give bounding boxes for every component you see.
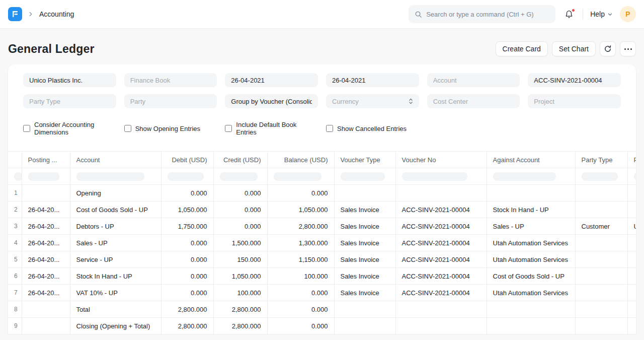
cell-balance[interactable]: 0.000 <box>267 185 334 201</box>
column-filter-input[interactable] <box>8 168 22 185</box>
cell-against-account[interactable] <box>487 318 575 334</box>
cell-account[interactable]: VAT 10% - UP <box>70 285 161 301</box>
checkbox-show-opening-entries[interactable]: Show Opening Entries <box>124 125 217 132</box>
voucher-no-filter[interactable] <box>528 73 621 87</box>
column-filter-input[interactable] <box>70 168 161 185</box>
cell-voucher-no[interactable]: ACC-SINV-2021-00004 <box>395 235 487 251</box>
col-voucher-no[interactable]: Voucher No <box>395 152 487 168</box>
create-card-button[interactable]: Create Card <box>496 41 548 56</box>
show-cancelled-entries-checkbox[interactable] <box>326 125 333 132</box>
cell-party[interactable] <box>627 318 636 334</box>
from-date-filter[interactable] <box>225 73 318 87</box>
cell-party-type[interactable] <box>575 285 627 301</box>
group-by-select[interactable]: Group by Voucher (Consolidated) <box>225 94 318 108</box>
cell-credit[interactable]: 1,500.000 <box>213 235 267 251</box>
cell-party[interactable] <box>627 268 636 285</box>
cell-posting-date[interactable]: 26-04-20... <box>22 201 70 218</box>
table-row[interactable]: 4 26-04-20... Sales - UP 0.000 1,500.000… <box>8 235 636 251</box>
breadcrumb[interactable]: Accounting <box>39 10 74 18</box>
cell-posting-date[interactable]: 26-04-20... <box>22 268 70 285</box>
cell-party-type[interactable] <box>575 301 627 318</box>
cell-against-account[interactable]: Utah Automation Services <box>487 251 575 268</box>
table-row[interactable]: 3 26-04-20... Debtors - UP 1,750.000 0.0… <box>8 218 636 235</box>
col-party-type[interactable]: Party Type <box>575 152 627 168</box>
checkbox-consider-accounting-dimensions[interactable]: Consider Accounting Dimensions <box>23 121 116 136</box>
cell-account[interactable]: Sales - UP <box>70 235 161 251</box>
cell-debit[interactable]: 0.000 <box>161 251 213 268</box>
cell-balance[interactable]: 1,050.000 <box>267 201 334 218</box>
col-voucher-type[interactable]: Voucher Type <box>334 152 395 168</box>
column-filter-input[interactable] <box>627 168 636 185</box>
cell-voucher-type[interactable]: Sales Invoice <box>334 285 395 301</box>
checkbox-include-default-book-entries[interactable]: Include Default Book Entries <box>225 121 318 136</box>
cell-voucher-no[interactable]: ACC-SINV-2021-00004 <box>395 201 487 218</box>
cell-voucher-type[interactable]: Sales Invoice <box>334 201 395 218</box>
cell-against-account[interactable]: Utah Automation Services <box>487 235 575 251</box>
cell-voucher-type[interactable] <box>334 318 395 334</box>
col-against-account[interactable]: Against Account <box>487 152 575 168</box>
column-filter-input[interactable] <box>334 168 395 185</box>
cell-account[interactable]: Stock In Hand - UP <box>70 268 161 285</box>
cell-account[interactable]: Service - UP <box>70 251 161 268</box>
col-balance[interactable]: Balance (USD) <box>267 152 334 168</box>
cell-party-type[interactable]: Customer <box>575 218 627 235</box>
set-chart-button[interactable]: Set Chart <box>552 41 596 56</box>
cell-balance[interactable]: 100.000 <box>267 268 334 285</box>
cell-posting-date[interactable] <box>22 185 70 201</box>
cell-party[interactable]: Utah Automation Services <box>627 218 636 235</box>
col-credit[interactable]: Credit (USD) <box>213 152 267 168</box>
col-account[interactable]: Account <box>70 152 161 168</box>
cell-party-type[interactable] <box>575 235 627 251</box>
table-row[interactable]: 8 Total 2,800.000 2,800.000 0.000 <box>8 301 636 318</box>
cell-posting-date[interactable] <box>22 301 70 318</box>
col-rownum[interactable] <box>8 152 22 168</box>
column-filter-input[interactable] <box>22 168 70 185</box>
cell-posting-date[interactable]: 26-04-20... <box>22 235 70 251</box>
cell-party[interactable] <box>627 301 636 318</box>
include-default-book-entries-checkbox[interactable] <box>225 125 232 132</box>
cell-voucher-type[interactable]: Sales Invoice <box>334 251 395 268</box>
cell-voucher-no[interactable] <box>395 185 487 201</box>
cell-against-account[interactable]: Cost of Goods Sold - UP <box>487 268 575 285</box>
cell-account[interactable]: Total <box>70 301 161 318</box>
currency-select[interactable]: Currency <box>326 94 419 108</box>
cell-party[interactable] <box>627 235 636 251</box>
col-posting-date[interactable]: Posting ... <box>22 152 70 168</box>
cell-voucher-no[interactable] <box>395 318 487 334</box>
cell-account[interactable]: Debtors - UP <box>70 218 161 235</box>
table-row[interactable]: 7 26-04-20... VAT 10% - UP 0.000 100.000… <box>8 285 636 301</box>
cell-party[interactable] <box>627 285 636 301</box>
cell-account[interactable]: Cost of Goods Sold - UP <box>70 201 161 218</box>
cell-credit[interactable]: 0.000 <box>213 185 267 201</box>
cell-party-type[interactable] <box>575 268 627 285</box>
column-filter-input[interactable] <box>267 168 334 185</box>
cell-voucher-type[interactable] <box>334 185 395 201</box>
cell-voucher-no[interactable]: ACC-SINV-2021-00004 <box>395 285 487 301</box>
column-filter-input[interactable] <box>575 168 627 185</box>
cell-party-type[interactable] <box>575 318 627 334</box>
cell-posting-date[interactable]: 26-04-20... <box>22 285 70 301</box>
cell-balance[interactable]: 1,300.000 <box>267 235 334 251</box>
cell-account[interactable]: Opening <box>70 185 161 201</box>
party-type-filter[interactable] <box>23 94 116 108</box>
cell-against-account[interactable]: Utah Automation Services <box>487 285 575 301</box>
show-opening-entries-checkbox[interactable] <box>124 125 131 132</box>
cell-against-account[interactable] <box>487 185 575 201</box>
cell-party[interactable] <box>627 251 636 268</box>
finance-book-filter[interactable] <box>124 73 217 87</box>
cell-voucher-type[interactable]: Sales Invoice <box>334 218 395 235</box>
cell-credit[interactable]: 1,050.000 <box>213 268 267 285</box>
cell-posting-date[interactable]: 26-04-20... <box>22 218 70 235</box>
account-filter[interactable] <box>427 73 520 87</box>
column-filter-input[interactable] <box>487 168 575 185</box>
table-row[interactable]: 6 26-04-20... Stock In Hand - UP 0.000 1… <box>8 268 636 285</box>
cell-debit[interactable]: 2,800.000 <box>161 301 213 318</box>
table-row[interactable]: 2 26-04-20... Cost of Goods Sold - UP 1,… <box>8 201 636 218</box>
cell-against-account[interactable]: Stock In Hand - UP <box>487 201 575 218</box>
table-row[interactable]: 9 Closing (Opening + Total) 2,800.000 2,… <box>8 318 636 334</box>
checkbox-show-cancelled-entries[interactable]: Show Cancelled Entries <box>326 125 419 132</box>
cell-credit[interactable]: 0.000 <box>213 201 267 218</box>
cell-balance[interactable]: 0.000 <box>267 301 334 318</box>
to-date-filter[interactable] <box>326 73 419 87</box>
cost-center-filter[interactable] <box>427 94 520 108</box>
